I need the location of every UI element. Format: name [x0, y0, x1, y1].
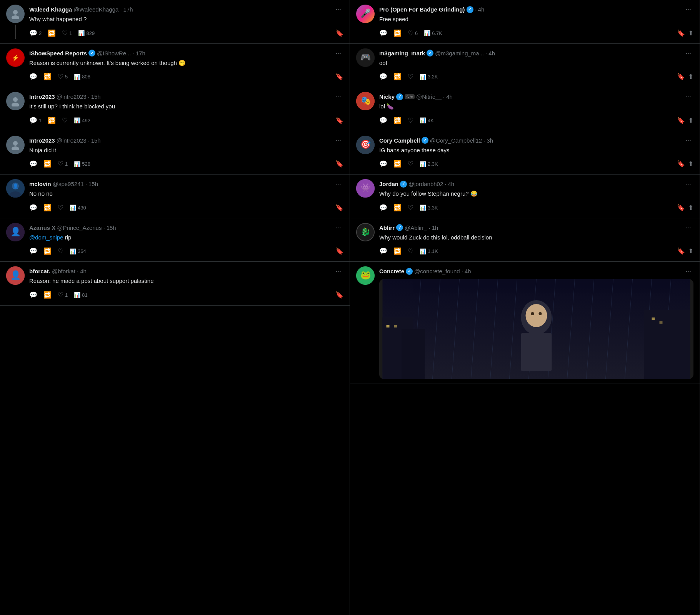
retweet-button[interactable]: 🔁 — [393, 158, 405, 170]
more-button[interactable]: ··· — [333, 179, 343, 189]
retweet-button[interactable]: 🔁 — [43, 202, 55, 213]
bookmark-button[interactable]: 🔖 — [677, 29, 685, 37]
like-button[interactable]: ♡ — [58, 246, 67, 257]
bookmark-button[interactable]: 🔖 — [335, 116, 343, 125]
more-button[interactable]: ··· — [333, 266, 343, 276]
views-button[interactable]: 📊 808 — [74, 72, 93, 81]
views-button[interactable]: 📊 2.3K — [420, 160, 441, 169]
more-button[interactable]: ··· — [683, 223, 693, 233]
more-button[interactable]: ··· — [333, 92, 343, 101]
reply-button[interactable]: 💬 — [379, 202, 390, 213]
views-button[interactable]: 📊 528 — [74, 160, 93, 169]
retweet-button[interactable]: 🔁 — [393, 71, 405, 82]
like-button[interactable]: ♡ 5 — [58, 71, 71, 82]
reply-button[interactable]: 💬 1 — [29, 115, 45, 126]
views-button[interactable]: 📊 3.2K — [420, 72, 441, 81]
retweet-button[interactable]: 🔁 — [43, 246, 55, 257]
like-button[interactable]: ♡ 1 — [58, 158, 71, 170]
views-button[interactable]: 📊 492 — [74, 116, 93, 125]
reply-button[interactable]: 💬 — [29, 246, 40, 257]
bookmark-button[interactable]: 🔖 — [677, 160, 685, 168]
reply-button[interactable]: 💬 — [29, 202, 40, 213]
bookmark-button[interactable]: 🔖 — [677, 204, 685, 212]
retweet-button[interactable]: 🔁 — [43, 289, 55, 301]
more-button[interactable]: ··· — [333, 5, 343, 14]
retweet-button[interactable]: 🔁 — [393, 28, 405, 39]
reply-button[interactable]: 💬 — [379, 71, 390, 82]
svg-text:🎤: 🎤 — [360, 8, 371, 18]
reply-button[interactable]: 💬 — [379, 115, 390, 126]
svg-text:🐉: 🐉 — [361, 227, 371, 236]
like-button[interactable]: ♡ 1 — [62, 28, 75, 39]
retweet-icon: 🔁 — [393, 73, 402, 81]
mention[interactable]: @dom_snipe — [29, 234, 63, 241]
bookmark-button[interactable]: 🔖 — [677, 247, 685, 255]
bookmark-button[interactable]: 🔖 — [335, 160, 343, 168]
views-icon: 📊 — [424, 30, 430, 36]
views-button[interactable]: 📊 6.7K — [424, 28, 445, 38]
more-button[interactable]: ··· — [333, 136, 343, 145]
reply-button[interactable]: 💬 — [29, 289, 40, 301]
like-button[interactable]: ♡ 6 — [408, 28, 421, 39]
like-button[interactable]: ♡ 1 — [58, 289, 71, 301]
views-button[interactable]: 📊 364 — [70, 247, 89, 256]
like-button[interactable]: ♡ — [62, 115, 71, 126]
retweet-button[interactable]: 🔁 — [43, 71, 55, 82]
share-button[interactable]: ⬆ — [688, 160, 693, 168]
retweet-button[interactable]: 🔁 — [48, 28, 59, 39]
views-button[interactable]: 📊 81 — [74, 290, 90, 299]
like-button[interactable]: ♡ — [408, 158, 417, 170]
bookmark-button[interactable]: 🔖 — [335, 291, 343, 299]
retweet-button[interactable]: 🔁 — [393, 115, 405, 126]
bookmark-button[interactable]: 🔖 — [677, 116, 685, 125]
tweet-ishowspeed: ⚡ IShowSpeed Reports @IShowRe... · 17h ·… — [0, 44, 350, 88]
views-button[interactable]: 📊 829 — [78, 28, 98, 38]
reply-button[interactable]: 💬 — [29, 158, 40, 170]
reply-button[interactable]: 💬 — [379, 246, 390, 257]
reply-button[interactable]: 💬 — [379, 158, 390, 170]
more-button[interactable]: ··· — [333, 223, 343, 233]
reply-button[interactable]: 💬 — [29, 71, 40, 82]
like-button[interactable]: ♡ — [408, 115, 417, 126]
tweet-text: Reason: he made a post about support pal… — [29, 277, 343, 286]
share-button[interactable]: ⬆ — [688, 29, 693, 37]
share-button[interactable]: ⬆ — [688, 204, 693, 212]
reply-icon: 💬 — [29, 116, 37, 125]
more-button[interactable]: ··· — [683, 92, 693, 101]
tweet-actions: 💬 🔁 ♡ 📊 430 🔖 — [29, 202, 343, 213]
bookmark-button[interactable]: 🔖 — [335, 204, 343, 212]
more-button[interactable]: ··· — [683, 136, 693, 145]
retweet-button[interactable]: 🔁 — [43, 158, 55, 170]
like-count: 5 — [65, 74, 68, 80]
share-button[interactable]: ⬆ — [688, 73, 693, 81]
more-button[interactable]: ··· — [683, 179, 693, 189]
more-button[interactable]: ··· — [683, 266, 693, 276]
more-button[interactable]: ··· — [683, 5, 693, 14]
more-button[interactable]: ··· — [333, 48, 343, 58]
views-button[interactable]: 📊 1.1K — [420, 247, 441, 256]
reply-button[interactable]: 💬 — [379, 28, 390, 39]
reply-icon: 💬 — [29, 73, 37, 81]
retweet-button[interactable]: 🔁 — [393, 246, 405, 257]
svg-text:👾: 👾 — [360, 183, 371, 193]
bookmark-button[interactable]: 🔖 — [335, 29, 343, 37]
retweet-button[interactable]: 🔁 — [393, 202, 405, 213]
views-button[interactable]: 📊 4K — [420, 116, 437, 125]
like-button[interactable]: ♡ — [408, 202, 417, 213]
share-button[interactable]: ⬆ — [688, 247, 693, 255]
bookmark-button[interactable]: 🔖 — [335, 247, 343, 255]
share-button[interactable]: ⬆ — [688, 116, 693, 125]
views-button[interactable]: 📊 430 — [70, 203, 89, 212]
svg-point-0 — [13, 10, 18, 15]
more-button[interactable]: ··· — [683, 48, 693, 58]
retweet-button[interactable]: 🔁 — [48, 115, 59, 126]
like-button[interactable]: ♡ — [408, 71, 417, 82]
reply-icon: 💬 — [29, 291, 37, 299]
like-button[interactable]: ♡ — [408, 246, 417, 257]
reply-icon: 💬 — [29, 247, 37, 255]
like-button[interactable]: ♡ — [58, 202, 67, 213]
bookmark-button[interactable]: 🔖 — [677, 73, 685, 81]
bookmark-button[interactable]: 🔖 — [335, 73, 343, 81]
reply-button[interactable]: 💬 2 — [29, 28, 45, 39]
views-button[interactable]: 📊 3.3K — [420, 203, 441, 212]
